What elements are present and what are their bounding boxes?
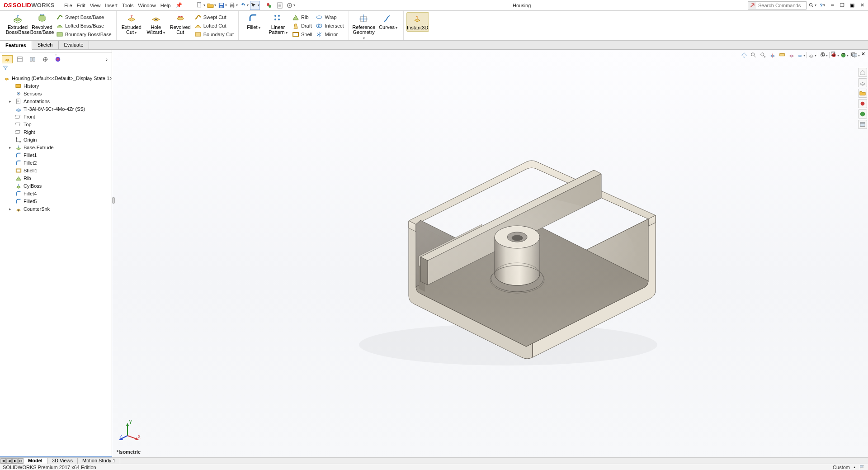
qat-undo-button[interactable]	[239, 1, 249, 10]
model-view[interactable]	[314, 119, 666, 372]
swept-boss-button[interactable]: Swept Boss/Base	[56, 14, 112, 21]
tree-item-fillet2[interactable]: Fillet2	[1, 159, 111, 166]
status-units-dd[interactable]: ▴	[854, 465, 855, 469]
status-flag-icon[interactable]	[859, 465, 865, 470]
menu-insert[interactable]: Insert	[105, 3, 118, 8]
boundary-cut-button[interactable]: Boundary Cut	[194, 31, 234, 38]
fm-tab-dimxpert[interactable]	[40, 55, 51, 63]
doc-maximize-icon[interactable]: ▢	[849, 50, 857, 57]
zoom-area-icon[interactable]	[750, 51, 758, 59]
doc-restore-icon[interactable]: ❐	[829, 50, 837, 57]
fm-tab-display[interactable]	[52, 55, 63, 63]
qat-file-props-button[interactable]	[275, 1, 285, 10]
curves-button[interactable]: Curves	[376, 12, 401, 30]
draft-button[interactable]: Draft	[292, 22, 312, 29]
tree-item-base-extrude[interactable]: ▸Base-Extrude	[1, 143, 111, 151]
doc-new-window-icon[interactable]: ⧉	[819, 50, 827, 57]
hu-appearance-icon[interactable]	[858, 99, 867, 108]
tree-item-origin[interactable]: Origin	[1, 136, 111, 143]
tab-nav-last[interactable]: ⏭	[18, 458, 24, 464]
status-units[interactable]: Custom	[833, 465, 850, 470]
boundary-boss-button[interactable]: Boundary Boss/Base	[56, 31, 112, 38]
tree-item-rib[interactable]: Rib	[1, 174, 111, 182]
linear-pattern-button[interactable]: Linear Pattern	[266, 12, 290, 35]
qat-options-button[interactable]	[286, 1, 296, 10]
tree-item-countersnk[interactable]: ▸CounterSnk	[1, 205, 111, 213]
tree-item-fillet4[interactable]: Fillet4	[1, 190, 111, 197]
fm-tab-config[interactable]	[27, 55, 38, 63]
hu-home-icon[interactable]	[858, 68, 867, 77]
tab-sketch[interactable]: Sketch	[32, 41, 59, 49]
window-close-button[interactable]: ✕	[858, 2, 866, 9]
tree-item-sensors[interactable]: Sensors	[1, 90, 111, 97]
window-restore-button[interactable]: ❐	[838, 2, 846, 9]
tree-item-history[interactable]: History	[1, 82, 111, 90]
fillet-button[interactable]: Fillet	[241, 12, 266, 30]
menu-help[interactable]: Help	[160, 3, 171, 8]
zoom-fit-icon[interactable]	[740, 51, 748, 59]
tab-features[interactable]: Features	[0, 41, 32, 50]
help-button[interactable]: ?	[818, 2, 826, 9]
tree-item-shell1[interactable]: Shell1	[1, 166, 111, 174]
extruded-boss-button[interactable]: Extruded Boss/Base	[5, 12, 30, 35]
doc-close-icon[interactable]: ✕	[859, 50, 867, 57]
qat-save-button[interactable]	[217, 1, 227, 10]
window-maximize-button[interactable]: ▣	[848, 2, 856, 9]
revolved-boss-button[interactable]: Revolved Boss/Base	[30, 12, 54, 35]
swept-cut-button[interactable]: Swept Cut	[194, 14, 234, 21]
menu-tools[interactable]: Tools	[122, 3, 134, 8]
unknown-view-icon[interactable]	[788, 51, 796, 59]
hu-folder-icon[interactable]	[858, 89, 867, 98]
qat-rebuild-button[interactable]	[264, 1, 274, 10]
filter-icon[interactable]	[3, 65, 8, 71]
search-button[interactable]	[808, 1, 816, 9]
hu-decal-icon[interactable]	[858, 109, 867, 119]
fm-tab-property[interactable]	[14, 55, 25, 63]
menu-window[interactable]: Window	[138, 3, 156, 8]
lofted-cut-button[interactable]: Lofted Cut	[194, 22, 234, 29]
tab-nav-prev[interactable]: ◀	[6, 458, 12, 464]
tree-item-front[interactable]: Front	[1, 113, 111, 120]
doc-minimize-icon[interactable]: ━	[839, 50, 847, 57]
qat-new-button[interactable]	[196, 1, 206, 10]
extruded-cut-button[interactable]: Extruded Cut	[119, 12, 144, 35]
bottom-tab-3dviews[interactable]: 3D Views	[47, 458, 78, 464]
intersect-button[interactable]: Intersect	[316, 22, 344, 29]
previous-view-icon[interactable]	[759, 51, 767, 59]
qat-print-button[interactable]	[228, 1, 238, 10]
search-commands-icon[interactable]	[748, 2, 756, 9]
tree-item-fillet5[interactable]: Fillet5	[1, 197, 111, 205]
rib-button[interactable]: Rib	[292, 14, 312, 21]
reference-geometry-button[interactable]: Reference Geometry	[352, 12, 376, 41]
wrap-button[interactable]: Wrap	[316, 14, 344, 21]
window-minimize-button[interactable]: ━	[828, 2, 836, 9]
tree-item-annotations[interactable]: ▸Annotations	[1, 97, 111, 105]
tab-evaluate[interactable]: Evaluate	[59, 41, 90, 49]
qat-select-button[interactable]	[250, 1, 260, 10]
hu-cube-icon[interactable]	[858, 78, 867, 87]
tree-item-top[interactable]: Top	[1, 120, 111, 128]
bottom-tab-model[interactable]: Model	[24, 458, 47, 464]
hu-custom-icon[interactable]	[858, 120, 867, 129]
pin-menu-icon[interactable]: 📌	[176, 2, 182, 8]
tab-nav-first[interactable]: ⏮	[0, 458, 6, 464]
lofted-boss-button[interactable]: Lofted Boss/Base	[56, 22, 112, 29]
display-style-icon[interactable]	[797, 51, 805, 59]
qat-open-button[interactable]	[207, 1, 217, 10]
hole-wizard-button[interactable]: Hole Wizard	[144, 12, 168, 35]
fm-tab-tree[interactable]	[2, 55, 13, 63]
menu-edit[interactable]: Edit	[77, 3, 85, 8]
shell-button[interactable]: Shell	[292, 31, 312, 38]
menu-view[interactable]: View	[90, 3, 101, 8]
view-orientation-icon[interactable]	[808, 51, 816, 59]
instant3d-button[interactable]: Instant3D	[406, 12, 429, 32]
fm-tab-expand-icon[interactable]: ›	[104, 55, 110, 63]
bottom-tab-motion[interactable]: Motion Study 1	[78, 458, 120, 464]
tree-item-fillet1[interactable]: Fillet1	[1, 151, 111, 159]
menu-file[interactable]: File	[64, 3, 72, 8]
mirror-button[interactable]: Mirror	[316, 31, 344, 38]
tree-root[interactable]: Housing (Default<<Default>_Display State…	[1, 74, 111, 82]
search-commands-input[interactable]	[756, 2, 806, 9]
revolved-cut-button[interactable]: Revolved Cut	[168, 12, 193, 35]
tab-nav-next[interactable]: ▶	[12, 458, 18, 464]
